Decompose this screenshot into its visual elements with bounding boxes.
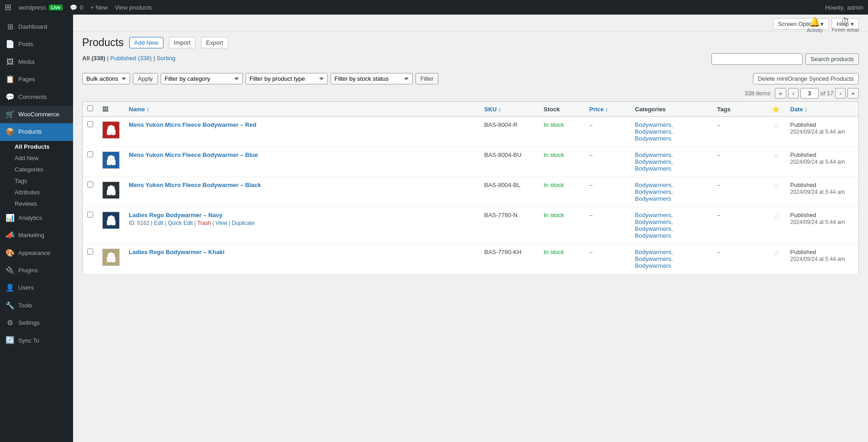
tab-sorting[interactable]: Sorting	[157, 55, 175, 62]
sidebar-item-analytics[interactable]: 📊 Analytics	[0, 209, 73, 227]
search-products-button[interactable]: Search products	[805, 53, 859, 65]
row-checkbox[interactable]	[87, 121, 93, 127]
category-link[interactable]: Bodywarmers	[635, 232, 708, 239]
filter-button[interactable]: Filter	[416, 73, 439, 84]
category-link[interactable]: Bodywarmers	[635, 135, 708, 142]
sidebar-item-tools[interactable]: 🔧 Tools	[0, 297, 73, 314]
featured-star[interactable]: ☆	[773, 122, 780, 130]
category-link[interactable]: Bodywarmers,	[635, 128, 708, 135]
sidebar-item-products[interactable]: 📦 Products	[0, 123, 73, 140]
search-input[interactable]	[711, 53, 803, 65]
quick-edit-link[interactable]: Quick Edit	[168, 220, 193, 226]
admin-bar: ⊞ wordpress Live 💬 0 + New View products…	[0, 0, 868, 15]
product-name-link[interactable]: Mens Yukon Micro Fleece Bodywarmer – Red	[129, 121, 256, 128]
trash-link[interactable]: Trash	[197, 220, 211, 226]
export-button[interactable]: Export	[201, 37, 228, 48]
price-sort-link[interactable]: Price ↕	[589, 106, 626, 113]
date-sort-link[interactable]: Date ↕	[790, 106, 854, 113]
sku-sort-link[interactable]: SKU ↕	[484, 106, 535, 113]
sidebar-item-add-new[interactable]: Add New	[0, 152, 73, 164]
row-checkbox[interactable]	[87, 151, 93, 157]
category-link[interactable]: Bodywarmers,	[635, 218, 708, 225]
category-link[interactable]: Bodywarmers,	[635, 212, 708, 218]
row-checkbox[interactable]	[87, 212, 93, 218]
page-number-input[interactable]	[800, 88, 819, 99]
sidebar-item-attributes[interactable]: Attributes	[0, 187, 73, 198]
sidebar-item-plugins[interactable]: 🔌 Plugins	[0, 262, 73, 279]
view-link[interactable]: View	[216, 220, 227, 226]
category-link[interactable]: Bodywarmers	[635, 165, 708, 172]
product-name-link[interactable]: Mens Yukon Micro Fleece Bodywarmer – Blu…	[129, 151, 258, 158]
sidebar-item-sync-to[interactable]: 🔄 Sync To	[0, 332, 73, 349]
sidebar-label-sync-to: Sync To	[18, 337, 39, 345]
featured-star[interactable]: ☆	[773, 249, 780, 257]
category-link[interactable]: Bodywarmers,	[635, 121, 708, 128]
sidebar-item-dashboard[interactable]: ⊞ Dashboard	[0, 18, 73, 36]
category-link[interactable]: Bodywarmers	[635, 262, 708, 269]
category-link[interactable]: Bodywarmers,	[635, 151, 708, 158]
product-thumbnail: 🦺	[102, 151, 120, 169]
select-all-checkbox[interactable]	[87, 105, 93, 111]
filter-category-select[interactable]: Filter by category	[161, 73, 243, 84]
product-name: Ladies Rego Bodywarmer – Khaki	[129, 249, 475, 255]
sidebar-label-appearance: Appearance	[18, 249, 50, 257]
sidebar-item-posts[interactable]: 📄 Posts	[0, 36, 73, 53]
add-new-button[interactable]: Add New	[129, 37, 163, 48]
finish-setup-button[interactable]: ⏱ Finish setup	[832, 16, 859, 33]
live-badge: Live	[49, 5, 63, 10]
sidebar-item-appearance[interactable]: 🎨 Appearance	[0, 244, 73, 262]
sidebar-item-pages[interactable]: 📋 Pages	[0, 71, 73, 88]
product-price: –	[585, 177, 631, 207]
tab-published[interactable]: Published (338)	[110, 55, 153, 62]
row-checkbox[interactable]	[87, 182, 93, 187]
name-sort-link[interactable]: Name ↕	[129, 106, 475, 113]
product-name-link[interactable]: Ladies Rego Bodywarmer – Navy	[129, 212, 222, 218]
sidebar-item-all-products[interactable]: All Products	[0, 141, 73, 152]
site-name[interactable]: wordpress Live	[19, 4, 63, 11]
sidebar-item-woocommerce[interactable]: 🛒 WooCommerce	[0, 106, 73, 123]
view-products-link[interactable]: View products	[115, 4, 152, 11]
edit-link[interactable]: Edit	[154, 220, 163, 226]
import-button[interactable]: Import	[169, 37, 196, 48]
duplicate-link[interactable]: Duplicate	[232, 220, 255, 226]
category-link[interactable]: Bodywarmers,	[635, 182, 708, 188]
row-checkbox[interactable]	[87, 249, 93, 255]
sidebar-item-settings[interactable]: ⚙ Settings	[0, 314, 73, 332]
wp-logo-icon[interactable]: ⊞	[5, 2, 11, 12]
next-page-button[interactable]: ›	[835, 88, 845, 99]
comments-icon[interactable]: 💬 0	[70, 4, 83, 11]
bulk-actions-select[interactable]: Bulk actions	[82, 73, 130, 84]
sidebar-item-categories[interactable]: Categories	[0, 164, 73, 175]
sidebar-item-users[interactable]: 👤 Users	[0, 279, 73, 296]
sidebar-item-marketing[interactable]: 📣 Marketing	[0, 227, 73, 244]
category-link[interactable]: Bodywarmers,	[635, 255, 708, 262]
new-button[interactable]: + New	[90, 4, 107, 11]
category-link[interactable]: Bodywarmers,	[635, 158, 708, 165]
category-link[interactable]: Bodywarmers,	[635, 249, 708, 255]
category-link[interactable]: Bodywarmers,	[635, 225, 708, 232]
sidebar-item-reviews[interactable]: Reviews	[0, 198, 73, 209]
sidebar-item-media[interactable]: 🖼 Media	[0, 53, 73, 71]
apply-button[interactable]: Apply	[133, 73, 158, 84]
product-name-link[interactable]: Mens Yukon Micro Fleece Bodywarmer – Bla…	[129, 182, 261, 188]
products-heading: Products Add New Import Export	[82, 36, 859, 49]
activity-button[interactable]: 🔔 Activity	[807, 16, 823, 33]
tab-all[interactable]: All (338)	[82, 55, 107, 62]
featured-star[interactable]: ☆	[773, 212, 780, 220]
category-link[interactable]: Bodywarmers	[635, 195, 708, 202]
last-page-button[interactable]: »	[847, 88, 859, 99]
featured-star[interactable]: ☆	[773, 152, 780, 160]
product-name-link[interactable]: Ladies Rego Bodywarmer – Khaki	[129, 249, 225, 255]
prev-page-button[interactable]: ‹	[788, 88, 798, 99]
filter-product-type-select[interactable]: Filter by product type	[246, 73, 328, 84]
tools-icon: 🔧	[5, 301, 15, 311]
featured-star[interactable]: ☆	[773, 182, 780, 190]
category-link[interactable]: Bodywarmers,	[635, 188, 708, 195]
sidebar-item-tags[interactable]: Tags	[0, 175, 73, 187]
delete-synced-button[interactable]: Delete miniOrange Synced Products	[753, 73, 859, 84]
filter-stock-select[interactable]: Filter by stock status	[331, 73, 413, 84]
first-page-button[interactable]: «	[775, 88, 786, 99]
comments-count: 0	[80, 4, 83, 11]
sidebar-item-comments[interactable]: 💬 Comments	[0, 88, 73, 106]
tags-col-header: Tags	[713, 102, 768, 117]
